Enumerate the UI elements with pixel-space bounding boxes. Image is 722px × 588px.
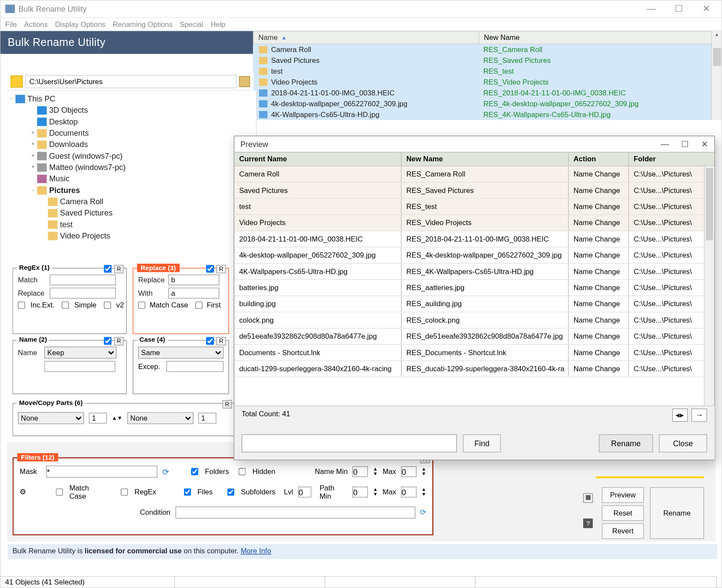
minimize-icon[interactable]: — — [644, 3, 658, 14]
revert-button[interactable]: Revert — [602, 523, 644, 539]
filelist-scrollbar[interactable]: ▴ — [711, 31, 722, 120]
replace-with-input[interactable] — [168, 288, 220, 299]
select-all-icon[interactable]: ▦ — [583, 493, 593, 503]
maximize-icon[interactable]: ☐ — [672, 3, 686, 14]
preview-row[interactable]: batteries.jpgRES_aatteries.jpgName Chang… — [234, 280, 714, 296]
file-row[interactable]: testRES_test — [253, 66, 722, 77]
replace-first-checkbox[interactable] — [195, 301, 203, 309]
tree-item[interactable]: +Matteo (windows7-pc) — [7, 161, 256, 173]
case-select[interactable]: Same — [138, 346, 223, 359]
filter-settings-icon[interactable]: ⚙ — [20, 488, 29, 496]
col-name[interactable]: Name▲ — [254, 32, 479, 44]
file-list[interactable]: Camera RollRES_Camera RollSaved Pictures… — [253, 44, 722, 120]
col-current-name[interactable]: Current Name — [234, 153, 401, 166]
filters-namemin[interactable] — [352, 466, 368, 477]
regex-reset-button[interactable]: R — [114, 265, 124, 273]
preview-row[interactable]: Saved PicturesRES_Saved PicturesName Cha… — [234, 183, 714, 199]
filters-files-checkbox[interactable] — [184, 488, 191, 496]
path-input[interactable] — [25, 75, 237, 88]
tree-item[interactable]: -Pictures — [7, 184, 256, 196]
dialog-scrollbar[interactable] — [704, 167, 715, 406]
filters-matchcase-checkbox[interactable] — [56, 488, 63, 496]
col-new-name[interactable]: New Name — [401, 153, 568, 166]
preview-row[interactable]: ducati-1299-superleggera-3840x2160-4k-ra… — [234, 361, 714, 377]
file-row[interactable]: 2018-04-21-11-01-00-IMG_0038.HEICRES_201… — [253, 88, 722, 98]
filters-mask-input[interactable] — [46, 466, 157, 478]
up-folder-button[interactable] — [11, 75, 23, 88]
dialog-rename-button[interactable]: Rename — [599, 434, 653, 453]
browse-folder-button[interactable] — [239, 76, 250, 87]
tree-item[interactable]: Camera Roll — [7, 196, 256, 207]
filters-lvl[interactable] — [298, 487, 311, 497]
col-action[interactable]: Action — [569, 153, 629, 166]
dialog-close-button[interactable]: Close — [659, 434, 707, 453]
tree-item[interactable]: Video Projects — [7, 230, 256, 241]
replace-enable-checkbox[interactable] — [206, 265, 214, 273]
menu-special[interactable]: Special — [180, 20, 203, 28]
preview-grid[interactable]: Camera RollRES_Camera RollName ChangeC:\… — [234, 167, 714, 377]
filters-pathmin[interactable] — [352, 487, 368, 497]
dialog-close-icon[interactable]: ✕ — [701, 139, 709, 149]
movecopy-reset-button[interactable]: R — [222, 400, 232, 408]
file-row[interactable]: Video ProjectsRES_Video Projects — [253, 77, 722, 88]
regex-v2-checkbox[interactable] — [104, 301, 111, 309]
replace-matchcase-checkbox[interactable] — [138, 301, 145, 309]
dialog-maximize-icon[interactable]: ☐ — [681, 139, 689, 149]
close-icon[interactable]: ✕ — [699, 3, 714, 14]
menu-file[interactable]: File — [5, 20, 17, 28]
case-enable-checkbox[interactable] — [206, 337, 214, 345]
name-select[interactable]: Keep — [44, 346, 116, 359]
file-row[interactable]: Saved PicturesRES_Saved Pictures — [253, 55, 722, 66]
col-newname[interactable]: New Name — [479, 32, 722, 44]
next-button[interactable]: → — [692, 408, 707, 421]
regex-incext-checkbox[interactable] — [18, 301, 25, 309]
tree-item[interactable]: 3D Objects — [7, 105, 256, 116]
help-icon[interactable]: ? — [583, 519, 593, 528]
tree-item[interactable]: Desktop — [7, 116, 256, 127]
tree-root[interactable]: -This PC — [7, 93, 256, 104]
menu-actions[interactable]: Actions — [24, 20, 48, 28]
dialog-minimize-icon[interactable]: — — [661, 139, 669, 149]
file-row[interactable]: 4k-desktop-wallpaper_065227602_309.jpgRE… — [253, 98, 722, 109]
file-row[interactable]: Camera RollRES_Camera Roll — [253, 44, 722, 55]
replace-reset-button[interactable]: R — [217, 265, 226, 273]
menu-display-options[interactable]: Display Options — [55, 20, 105, 28]
preview-row[interactable]: building.jpgRES_auilding.jpgName ChangeC… — [234, 296, 714, 312]
columns-button[interactable]: ◂▸ — [672, 408, 688, 421]
menu-help[interactable]: Help — [210, 20, 225, 28]
regex-match-input[interactable] — [50, 274, 116, 285]
preview-button[interactable]: Preview — [602, 487, 644, 503]
filters-folders-checkbox[interactable] — [191, 468, 198, 475]
preview-row[interactable]: 4k-desktop-wallpaper_065227602_309.jpgRE… — [234, 248, 714, 264]
tree-item[interactable]: test — [7, 219, 256, 230]
preview-row[interactable]: 2018-04-21-11-01-00-IMG_0038.HEICRES_201… — [234, 231, 714, 247]
preview-row[interactable]: de51eeafe3932862c908d80a78a6477e.jpgRES_… — [234, 329, 714, 345]
preview-row[interactable]: colock.pngRES_colock.pngName ChangeC:\Us… — [234, 312, 714, 328]
move-select2[interactable]: None — [127, 412, 193, 424]
filters-condition-input[interactable] — [175, 506, 415, 519]
refresh-icon[interactable]: ⟳ — [162, 467, 170, 477]
menu-renaming-options[interactable]: Renaming Options — [113, 20, 173, 28]
move-select1[interactable]: None — [18, 412, 84, 424]
preview-row[interactable]: Video ProjectsRES_Video ProjectsName Cha… — [234, 215, 714, 231]
filters-subfolders-checkbox[interactable] — [227, 488, 234, 496]
more-info-link[interactable]: More Info — [241, 547, 271, 555]
tree-item[interactable]: +Downloads — [7, 139, 256, 150]
filters-pathmax[interactable] — [401, 487, 417, 497]
tree-item[interactable]: +Guest (windows7-pc) — [7, 150, 256, 161]
col-folder[interactable]: Folder — [629, 153, 714, 166]
tree-item[interactable]: +Documents — [7, 127, 256, 138]
file-row[interactable]: 4K-Wallpapers-Cs65-Ultra-HD.jpgRES_4K-Wa… — [253, 109, 722, 120]
name-reset-button[interactable]: R — [114, 337, 124, 345]
case-excep-input[interactable] — [167, 361, 224, 372]
find-input[interactable] — [242, 434, 457, 453]
filters-namemax[interactable] — [401, 466, 417, 477]
regex-simple-checkbox[interactable] — [62, 301, 69, 309]
tree-item[interactable]: Music — [7, 173, 256, 184]
folder-tree[interactable]: -This PC 3D ObjectsDesktop+Documents+Dow… — [7, 91, 256, 265]
name-enable-checkbox[interactable] — [104, 337, 112, 345]
preview-row[interactable]: Documents - Shortcut.lnkRES_Documents - … — [234, 345, 714, 361]
filters-hidden-checkbox[interactable] — [239, 468, 246, 475]
replace-replace-input[interactable] — [168, 274, 220, 285]
tree-item[interactable]: Saved Pictures — [7, 207, 256, 219]
